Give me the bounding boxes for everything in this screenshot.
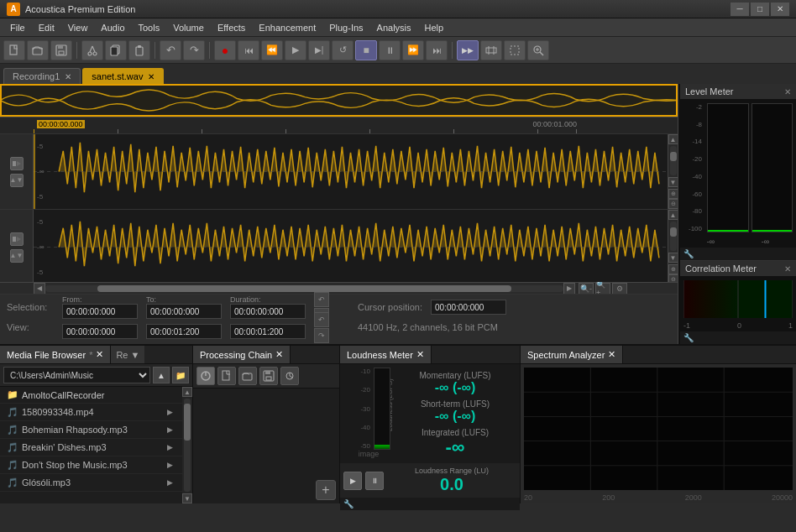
redo-button[interactable]: ↷ xyxy=(183,40,205,60)
zoom-out-btn[interactable]: 🔍- xyxy=(579,283,594,295)
tab-sanet-close[interactable]: ✕ xyxy=(148,72,154,81)
menu-view[interactable]: View xyxy=(61,18,95,37)
select-button[interactable] xyxy=(504,40,526,60)
overview-waveform[interactable] xyxy=(0,84,678,117)
track-2-icon2[interactable]: ▲▼ xyxy=(10,249,24,263)
rewind-button[interactable]: ⏪ xyxy=(261,40,283,60)
undo-button[interactable]: ↶ xyxy=(160,40,181,60)
open-button[interactable] xyxy=(27,40,49,60)
file-scroll-down[interactable]: ▼ xyxy=(182,493,192,503)
track-2-scroll-down[interactable]: ▼ xyxy=(668,253,678,263)
zoom-in-btn[interactable]: 🔍+ xyxy=(595,283,610,295)
cut-button[interactable] xyxy=(81,40,103,60)
correlation-settings[interactable]: 🔧 xyxy=(680,331,796,344)
menu-plugins[interactable]: Plug-Ins xyxy=(322,18,369,37)
loudness-settings[interactable]: 🔧 xyxy=(340,498,520,510)
proc-add-effect-btn[interactable]: + xyxy=(316,480,336,500)
hscroll-track[interactable] xyxy=(45,285,563,292)
proc-open-btn[interactable] xyxy=(238,367,257,385)
track-2-zoom-out[interactable]: ⊖ xyxy=(668,274,678,282)
loop2-button[interactable]: ▶▶ xyxy=(457,40,479,60)
track-1-zoom-in[interactable]: ⊕ xyxy=(668,189,678,199)
media-folder-btn[interactable]: 📁 xyxy=(172,367,189,383)
copy-button[interactable] xyxy=(105,40,127,60)
new-button[interactable] xyxy=(3,40,25,60)
proc-power-btn[interactable] xyxy=(196,367,215,385)
play-button[interactable]: ▶ xyxy=(285,40,306,60)
loudness-play-btn[interactable]: ▶ xyxy=(343,472,362,490)
loop-button[interactable]: ↺ xyxy=(332,40,353,60)
view-redo-btn[interactable]: ↷ xyxy=(314,328,329,343)
play-end-button[interactable]: ▶| xyxy=(308,40,330,60)
file-item-dontstop[interactable]: 🎵 Don't Stop the Music.mp3 ▶ xyxy=(0,456,182,474)
track-2-zoom-in[interactable]: ⊕ xyxy=(668,264,678,274)
proc-save-btn[interactable] xyxy=(259,367,278,385)
maximize-button[interactable]: □ xyxy=(751,3,769,16)
hscroll-right[interactable]: ▶ xyxy=(563,283,575,295)
stretch-button[interactable] xyxy=(480,40,502,60)
proc-preset-btn[interactable] xyxy=(280,367,299,385)
file-play-glosoli[interactable]: ▶ xyxy=(164,477,175,488)
loudness-tab[interactable]: Loudness Meter ✕ xyxy=(340,346,432,363)
zoom-fit-btn[interactable]: ⚙ xyxy=(612,283,627,295)
menu-analysis[interactable]: Analysis xyxy=(370,18,418,37)
zoom-button[interactable] xyxy=(527,40,549,60)
hscroll-left[interactable]: ◀ xyxy=(34,283,45,295)
selection-undo-btn[interactable]: ↶ xyxy=(314,292,329,307)
file-scrollbar[interactable]: ▲ ▼ xyxy=(182,387,192,503)
stop-button[interactable]: ■ xyxy=(355,40,377,60)
track-1-waveform[interactable]: -5-∞-5 // Generate waveform bars inline … xyxy=(34,134,668,209)
file-play-1580[interactable]: ▶ xyxy=(164,406,175,418)
paste-button[interactable] xyxy=(128,40,150,60)
minimize-button[interactable]: ─ xyxy=(731,3,749,16)
fast-forward-button[interactable]: ⏩ xyxy=(402,40,424,60)
menu-help[interactable]: Help xyxy=(418,18,451,37)
menu-volume[interactable]: Volume xyxy=(166,18,211,37)
file-play-dontstop[interactable]: ▶ xyxy=(164,459,175,471)
menu-enhancement[interactable]: Enhancement xyxy=(252,18,322,37)
to-end-button[interactable]: ⏭ xyxy=(426,40,448,60)
proc-tab[interactable]: Processing Chain ✕ xyxy=(193,346,291,363)
file-item-amolto[interactable]: 📁 AmoltoCallRecorder xyxy=(0,387,182,404)
media-browser-tab[interactable]: Media File Browser * ✕ xyxy=(0,346,111,363)
close-button[interactable]: ✕ xyxy=(771,3,789,16)
file-item-bohemian[interactable]: 🎵 Bohemian Rhapsody.mp3 ▶ xyxy=(0,421,182,439)
menu-effects[interactable]: Effects xyxy=(211,18,252,37)
hscroll-thumb[interactable] xyxy=(97,285,512,292)
file-item-1580[interactable]: 🎵 1580993348.mp4 ▶ xyxy=(0,404,182,421)
view-dur-field[interactable] xyxy=(230,324,306,339)
file-scroll-up[interactable]: ▲ xyxy=(182,387,192,397)
correlation-close[interactable]: ✕ xyxy=(784,264,791,274)
menu-audio[interactable]: Audio xyxy=(94,18,131,37)
media-path-select[interactable]: C:\Users\Admin\Music xyxy=(3,367,150,383)
proc-new-btn[interactable] xyxy=(217,367,236,385)
spectrum-tab[interactable]: Spectrum Analyzer ✕ xyxy=(521,346,623,363)
tab-sanet[interactable]: sanet.st.wav ✕ xyxy=(82,68,164,84)
menu-file[interactable]: File xyxy=(3,18,32,37)
loudness-close[interactable]: ✕ xyxy=(416,349,424,360)
level-meter-settings[interactable]: 🔧 xyxy=(680,248,796,260)
pause-button[interactable]: ⏸ xyxy=(379,40,401,60)
menu-edit[interactable]: Edit xyxy=(32,18,61,37)
track-2-icon[interactable] xyxy=(10,232,24,246)
file-play-bohemian[interactable]: ▶ xyxy=(164,424,175,436)
track-2-waveform[interactable]: -5-∞-5 xyxy=(34,210,668,282)
cursor-field[interactable] xyxy=(431,300,506,315)
proc-close[interactable]: ✕ xyxy=(275,349,283,360)
track-2-scroll-up[interactable]: ▲ xyxy=(668,210,678,220)
save-button[interactable] xyxy=(50,40,72,60)
view-to-field[interactable] xyxy=(146,324,222,339)
file-play-breakin[interactable]: ▶ xyxy=(164,441,175,453)
menu-tools[interactable]: Tools xyxy=(132,18,167,37)
track-1-zoom-out[interactable]: ⊖ xyxy=(668,199,678,209)
track-2-scrollbar[interactable]: ▲ ▼ ⊕ ⊖ xyxy=(668,210,678,282)
tab-recording1-close[interactable]: ✕ xyxy=(65,72,71,81)
record-button[interactable]: ● xyxy=(214,40,236,60)
track-1-scroll-down[interactable]: ▼ xyxy=(668,177,678,187)
track-1-icon[interactable] xyxy=(10,157,24,170)
re-panel-btn[interactable]: Re ▼ xyxy=(111,346,144,363)
file-item-breakin[interactable]: 🎵 Breakin' Dishes.mp3 ▶ xyxy=(0,439,182,456)
track-1-icon2[interactable]: ▲▼ xyxy=(10,174,24,187)
loudness-pause-btn[interactable]: ⏸ xyxy=(365,472,384,490)
track-1-scrollbar[interactable]: ▲ ▼ ⊕ ⊖ xyxy=(668,134,678,209)
